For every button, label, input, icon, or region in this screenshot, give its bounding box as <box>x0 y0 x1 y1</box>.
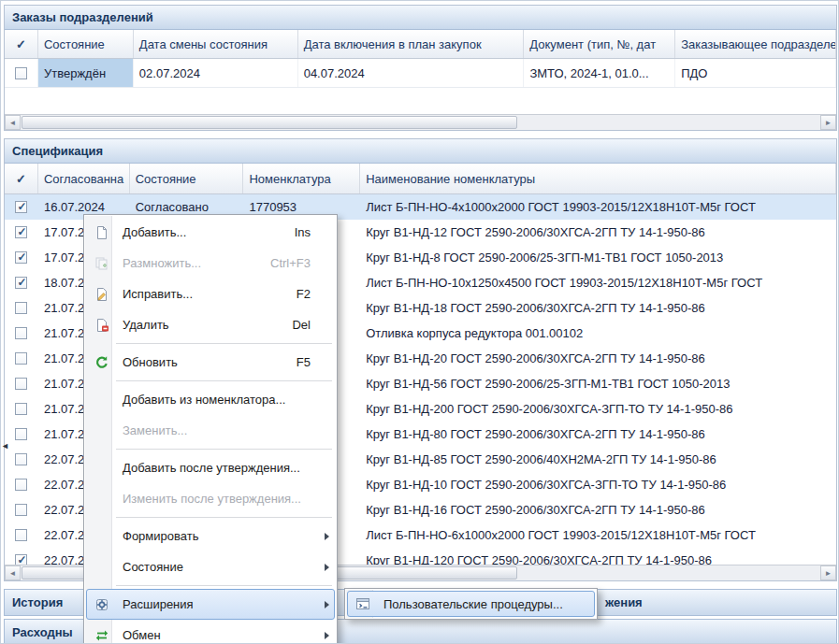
delete-icon <box>91 318 113 333</box>
spec-cell-name[interactable]: Отливка корпуса редуктора 001.00102 <box>360 321 836 346</box>
menu-item-add[interactable]: Добавить...Ins <box>86 217 335 248</box>
row-checkbox[interactable] <box>15 251 27 264</box>
menu-item-replace: Заменить... <box>86 415 335 446</box>
spec-column-header[interactable]: Наименование номенклатуры <box>360 164 836 193</box>
spec-cell-name[interactable]: Лист Б-ПН-НО-4х1000х2000 ГОСТ 19903-2015… <box>360 194 836 220</box>
orders-column-header[interactable]: Дата смены состояния <box>134 30 298 58</box>
orders-column-header[interactable]: Состояние <box>38 30 134 58</box>
row-check-cell[interactable] <box>5 270 38 295</box>
menu-item-add-after-approval[interactable]: Добавить после утверждения... <box>86 452 335 483</box>
scroll-track[interactable] <box>21 115 820 130</box>
spec-cell-name[interactable]: Круг В1-НД-85 ГОСТ 2590-2006/40ХН2МА-2ГП… <box>360 447 836 472</box>
scroll-thumb[interactable] <box>22 116 517 129</box>
row-checkbox[interactable] <box>15 504 27 516</box>
row-checkbox[interactable] <box>15 378 27 390</box>
splitter-arrow-icon[interactable]: ◄ <box>1 441 9 451</box>
spec-cell-name[interactable]: Круг В1-НД-200 ГОСТ 2590-2006/30ХГСА-ЗГП… <box>360 396 836 422</box>
row-check-cell[interactable] <box>5 220 38 245</box>
scroll-right-icon[interactable]: ► <box>820 565 836 580</box>
menu-item-label: Заменить... <box>123 423 187 437</box>
row-check-cell[interactable] <box>5 295 38 321</box>
menu-item-label: Обновить <box>123 355 178 369</box>
menu-shortcut: F2 <box>297 287 311 301</box>
menu-item-extensions[interactable]: Расширения <box>86 589 335 620</box>
row-check-cell[interactable] <box>5 497 38 522</box>
row-checkbox[interactable] <box>15 302 27 314</box>
scroll-left-icon[interactable]: ◄ <box>5 115 21 130</box>
row-checkbox[interactable] <box>15 529 27 541</box>
orders-table-row[interactable]: Утверждён02.07.202404.07.2024ЗМТО, 2024-… <box>5 59 836 88</box>
menu-shortcut: Ctrl+F3 <box>270 256 311 270</box>
submenu-item-user-procedures[interactable]: Пользовательские процедуры... <box>347 591 595 617</box>
row-checkbox[interactable] <box>15 453 27 465</box>
orders-select-all-header[interactable]: ✓ <box>5 30 38 58</box>
row-checkbox[interactable] <box>15 277 27 289</box>
menu-item-label: Исправить... <box>123 287 193 301</box>
scroll-left-icon[interactable]: ◄ <box>5 565 21 580</box>
no-icon <box>91 560 113 575</box>
row-checkbox[interactable] <box>15 428 27 440</box>
menu-item-form[interactable]: Формировать <box>86 521 335 551</box>
row-check-cell[interactable] <box>5 321 38 346</box>
menu-item-refresh[interactable]: ОбновитьF5 <box>86 347 335 378</box>
row-checkbox[interactable] <box>15 352 27 365</box>
menu-item-label: Размножить... <box>123 256 201 270</box>
row-checkbox[interactable] <box>15 403 27 415</box>
spec-cell-name[interactable]: Лист Б-ПН-НО-6х1000х2000 ГОСТ 19903-2015… <box>360 522 836 548</box>
spec-cell-name[interactable]: Круг В1-НД-56 ГОСТ 2590-2006/25-ЗГП-М1-Т… <box>360 371 836 396</box>
spec-column-header[interactable]: Номенклатура <box>243 164 360 193</box>
submenu-arrow-icon <box>325 564 329 571</box>
spec-cell-name[interactable]: Круг В1-НД-12 ГОСТ 2590-2006/30ХГСА-2ГП … <box>360 220 836 245</box>
menu-item-state[interactable]: Состояние <box>86 551 335 582</box>
menu-item-edit[interactable]: Исправить...F2 <box>86 279 335 309</box>
spec-cell-name[interactable]: Круг В1-НД-8 ГОСТ 2590-2006/25-ЗГП-М1-ТВ… <box>360 245 836 270</box>
row-check-cell[interactable] <box>5 396 38 422</box>
row-check-cell[interactable] <box>5 522 38 548</box>
row-check-cell[interactable] <box>5 245 38 270</box>
spec-cell-name[interactable]: Лист Б-ПН-НО-10х1250х4500 ГОСТ 19903-201… <box>360 270 836 295</box>
orders-column-header[interactable]: Документ (тип, №, дат <box>524 30 675 58</box>
menu-separator <box>86 340 335 347</box>
history-panel-title-fragment: жения <box>605 590 643 615</box>
spec-cell-name[interactable]: Круг В1-НД-16 ГОСТ 2590-2006/30ХГСА-2ГП … <box>360 497 836 522</box>
spec-table-header: ✓СогласованнаСостояниеНоменклатураНаимен… <box>5 164 836 194</box>
orders-column-header[interactable]: Заказывающее подразделе <box>675 30 836 58</box>
row-check-cell[interactable] <box>5 194 38 220</box>
scroll-right-icon[interactable]: ► <box>820 115 836 130</box>
menu-item-delete[interactable]: УдалитьDel <box>86 309 335 340</box>
orders-panel-header[interactable]: Заказы подразделений <box>5 6 836 30</box>
spec-cell-name[interactable]: Круг В1-НД-18 ГОСТ 2590-2006/30ХГСА-2ГП … <box>360 295 836 321</box>
spec-panel-header[interactable]: Спецификация <box>5 139 836 164</box>
menu-item-label: Удалить <box>123 318 169 332</box>
row-checkbox[interactable] <box>15 201 27 213</box>
orders-cell[interactable]: Утверждён <box>38 59 134 87</box>
orders-h-scrollbar[interactable]: ◄ ► <box>5 114 836 130</box>
menu-item-label: Изменить после утверждения... <box>123 492 301 506</box>
spec-cell-name[interactable]: Круг В1-НД-20 ГОСТ 2590-2006/30ХГСА-2ГП … <box>360 346 836 371</box>
orders-column-header[interactable]: Дата включения в план закупок <box>298 30 525 58</box>
row-checkbox[interactable] <box>15 226 27 238</box>
spec-column-header[interactable]: Состояние <box>130 164 244 193</box>
menu-item-add-from-nomenclature[interactable]: Добавить из номенклатора... <box>86 384 335 415</box>
orders-cell[interactable]: ПДО <box>675 59 836 87</box>
spec-select-all-header[interactable]: ✓ <box>5 164 38 193</box>
row-check-cell[interactable] <box>5 346 38 371</box>
row-check-cell[interactable] <box>5 447 38 472</box>
spec-column-header[interactable]: Согласованна <box>38 164 130 193</box>
row-checkbox[interactable] <box>15 479 27 491</box>
spec-cell-name[interactable]: Круг В1-НД-10 ГОСТ 2590-2006/30ХГСА-ЗГП-… <box>360 472 836 497</box>
menu-item-edit-after-approval: Изменить после утверждения... <box>86 483 335 514</box>
orders-cell[interactable]: 04.07.2024 <box>298 59 525 87</box>
row-checkbox[interactable] <box>15 67 27 79</box>
menu-separator <box>86 378 335 384</box>
orders-cell[interactable]: 02.07.2024 <box>134 59 298 87</box>
row-checkbox[interactable] <box>15 327 27 339</box>
orders-cell[interactable]: ЗМТО, 2024-1, 01.0... <box>524 59 675 87</box>
menu-item-exchange[interactable]: Обмен <box>86 620 335 644</box>
app-window: Заказы подразделений ✓СостояниеДата смен… <box>0 0 839 644</box>
row-check-cell[interactable] <box>5 472 38 497</box>
spec-cell-name[interactable]: Круг В1-НД-80 ГОСТ 2590-2006/30ХГСА-2ГП … <box>360 422 836 447</box>
row-check-cell[interactable] <box>5 59 38 87</box>
row-check-cell[interactable] <box>5 422 38 447</box>
row-check-cell[interactable] <box>5 371 38 396</box>
